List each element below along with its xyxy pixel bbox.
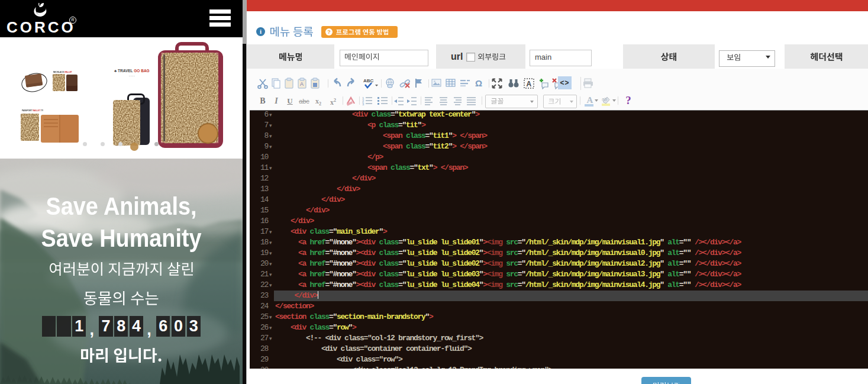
svg-text:A: A bbox=[527, 80, 532, 88]
svg-text:Ω: Ω bbox=[475, 78, 482, 88]
svg-text:ABC: ABC bbox=[363, 78, 374, 83]
svg-text:3: 3 bbox=[362, 102, 364, 106]
svg-text:A: A bbox=[300, 81, 304, 87]
svg-text:ab: ab bbox=[602, 96, 607, 102]
